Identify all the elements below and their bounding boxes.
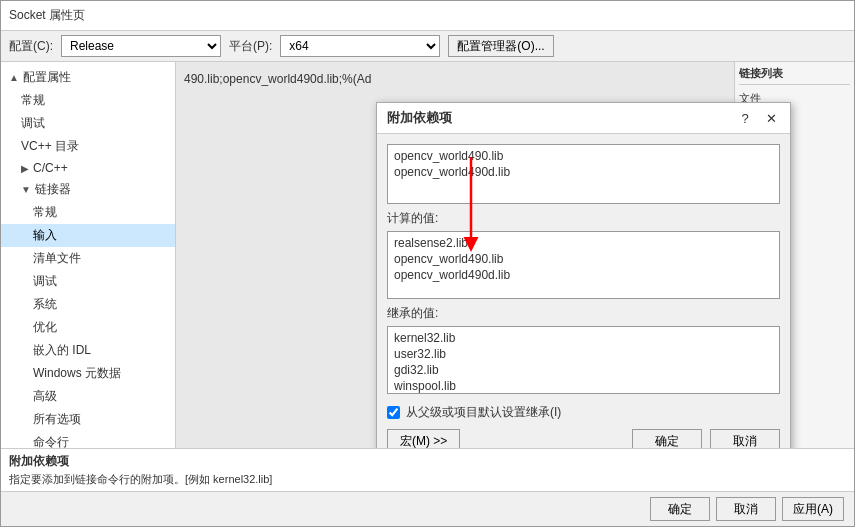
dialog-body: opencv_world490.lib opencv_world490d.lib… (377, 134, 790, 448)
footer-apply-button[interactable]: 应用(A) (782, 497, 844, 521)
inherited-listbox[interactable]: kernel32.lib user32.lib gdi32.lib winspo… (387, 326, 780, 394)
sidebar-config-properties[interactable]: ▲ 配置属性 (1, 66, 175, 89)
edit-listbox[interactable]: opencv_world490.lib opencv_world490d.lib (387, 144, 780, 204)
bottom-info-bar: 附加依赖项 指定要添加到链接命令行的附加项。[例如 kernel32.lib] (1, 448, 854, 491)
checkbox-row: 从父级或项目默认设置继承(I) (387, 404, 780, 421)
inherited-item-4: winspool.lib (394, 378, 773, 394)
sidebar-config-label: 配置属性 (23, 69, 71, 86)
eval-item-2: opencv_world490.lib (394, 251, 773, 267)
main-window: Socket 属性页 配置(C): Release 平台(P): x64 配置管… (0, 0, 855, 527)
sidebar-item-vcpp[interactable]: VC++ 目录 (1, 135, 175, 158)
inherited-label: 继承的值: (387, 305, 780, 322)
inherited-item-3: gdi32.lib (394, 362, 773, 378)
inherit-label: 从父级或项目默认设置继承(I) (406, 404, 561, 421)
config-select[interactable]: Release (61, 35, 221, 57)
eval-item-3: opencv_world490d.lib (394, 267, 773, 283)
macro-button[interactable]: 宏(M) >> (387, 429, 460, 448)
sidebar-item-idl[interactable]: 嵌入的 IDL (1, 339, 175, 362)
dialog-title: 附加依赖项 (387, 109, 452, 127)
platform-select[interactable]: x64 (280, 35, 440, 57)
edit-item-2: opencv_world490d.lib (394, 164, 773, 180)
inherited-section: 继承的值: kernel32.lib user32.lib gdi32.lib … (387, 305, 780, 394)
expand-icon-linker: ▼ (21, 184, 31, 195)
confirm-cancel-buttons: 确定 取消 (632, 429, 780, 448)
sidebar: ▲ 配置属性 常规 调试 VC++ 目录 ▶ C/C++ ▼ 链接器 常规 输入… (1, 62, 176, 448)
edit-item-1: opencv_world490.lib (394, 148, 773, 164)
footer-cancel-button[interactable]: 取消 (716, 497, 776, 521)
collapse-icon: ▲ (9, 72, 19, 83)
expand-icon-cpp: ▶ (21, 163, 29, 174)
dialog-cancel-button[interactable]: 取消 (710, 429, 780, 448)
dialog-close-button[interactable]: ✕ (762, 109, 780, 127)
sidebar-item-general[interactable]: 常规 (1, 89, 175, 112)
window-title: Socket 属性页 (9, 7, 85, 24)
dialog-controls: ? ✕ (736, 109, 780, 127)
dialog-help-button[interactable]: ? (736, 109, 754, 127)
edit-section: opencv_world490.lib opencv_world490d.lib (387, 144, 780, 204)
footer-ok-button[interactable]: 确定 (650, 497, 710, 521)
sidebar-item-optimize[interactable]: 优化 (1, 316, 175, 339)
edit-listbox-inner: opencv_world490.lib opencv_world490d.lib (388, 145, 779, 183)
inherit-checkbox[interactable] (387, 406, 400, 419)
sidebar-linker-label: 链接器 (35, 181, 71, 198)
dialog-titlebar: 附加依赖项 ? ✕ (377, 103, 790, 134)
evaluated-section: 计算的值: realsense2.lib opencv_world490.lib… (387, 210, 780, 299)
sidebar-item-cpp[interactable]: ▶ C/C++ (1, 158, 175, 178)
platform-label: 平台(P): (229, 38, 272, 55)
sidebar-item-manifest[interactable]: 清单文件 (1, 247, 175, 270)
right-panel-header: 链接列表 (739, 66, 850, 85)
bottom-info-desc: 指定要添加到链接命令行的附加项。[例如 kernel32.lib] (9, 472, 846, 487)
sidebar-item-linker-debug[interactable]: 调试 (1, 270, 175, 293)
bottom-info-title: 附加依赖项 (9, 453, 846, 470)
sidebar-item-all-options[interactable]: 所有选项 (1, 408, 175, 431)
sidebar-item-linker-general[interactable]: 常规 (1, 201, 175, 224)
sidebar-item-linker-input[interactable]: 输入 (1, 224, 175, 247)
sidebar-item-debug[interactable]: 调试 (1, 112, 175, 135)
evaluated-label: 计算的值: (387, 210, 780, 227)
evaluated-listbox-inner: realsense2.lib opencv_world490.lib openc… (388, 232, 779, 286)
evaluated-listbox[interactable]: realsense2.lib opencv_world490.lib openc… (387, 231, 780, 299)
inherited-listbox-inner: kernel32.lib user32.lib gdi32.lib winspo… (388, 327, 779, 394)
sidebar-item-system[interactable]: 系统 (1, 293, 175, 316)
dialog-ok-button[interactable]: 确定 (632, 429, 702, 448)
footer-bar: 确定 取消 应用(A) (1, 491, 854, 526)
eval-item-1: realsense2.lib (394, 235, 773, 251)
dialog: 附加依赖项 ? ✕ opencv_world490.lib opencv_wor… (376, 102, 791, 448)
sidebar-item-linker[interactable]: ▼ 链接器 (1, 178, 175, 201)
inherited-item-2: user32.lib (394, 346, 773, 362)
dialog-button-row: 宏(M) >> 确定 取消 (387, 429, 780, 448)
sidebar-cpp-label: C/C++ (33, 161, 68, 175)
sidebar-item-cmdline[interactable]: 命令行 (1, 431, 175, 448)
config-label: 配置(C): (9, 38, 53, 55)
sidebar-item-advanced[interactable]: 高级 (1, 385, 175, 408)
right-content: 490.lib;opencv_world490d.lib;%(Ad 链接列表 文… (176, 62, 854, 448)
config-manager-button[interactable]: 配置管理器(O)... (448, 35, 553, 57)
inherited-item-1: kernel32.lib (394, 330, 773, 346)
sidebar-item-windows-meta[interactable]: Windows 元数据 (1, 362, 175, 385)
main-content: ▲ 配置属性 常规 调试 VC++ 目录 ▶ C/C++ ▼ 链接器 常规 输入… (1, 62, 854, 448)
toolbar-row: 配置(C): Release 平台(P): x64 配置管理器(O)... (1, 31, 854, 62)
title-bar: Socket 属性页 (1, 1, 854, 31)
